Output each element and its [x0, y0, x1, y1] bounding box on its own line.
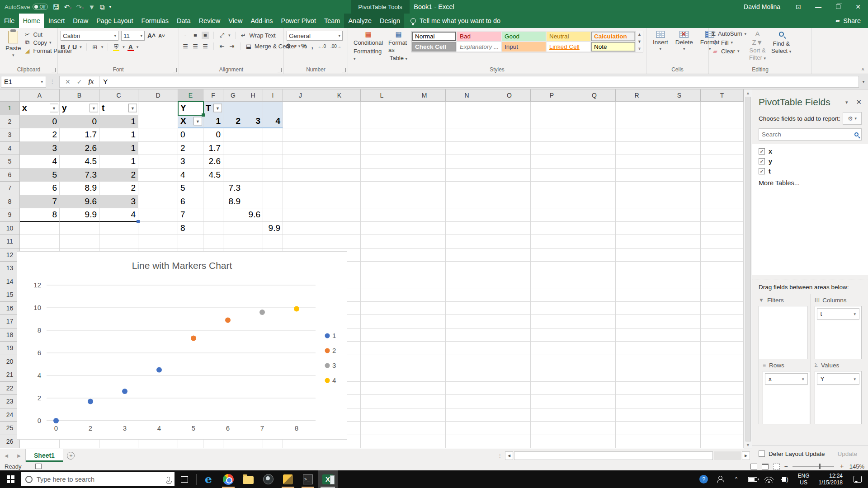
cell-L25[interactable] — [361, 422, 403, 435]
cell-R25[interactable] — [616, 422, 658, 435]
tell-me-box[interactable]: Tell me what you want to do — [404, 14, 507, 28]
cell-J7[interactable] — [283, 182, 318, 195]
cell-L8[interactable] — [361, 195, 403, 209]
expand-formula-bar-icon[interactable]: ▾ — [859, 79, 868, 84]
cell-K10[interactable] — [318, 222, 361, 235]
cell-S11[interactable] — [658, 235, 701, 249]
italic-button[interactable]: I — [68, 43, 70, 51]
cell-P15[interactable] — [531, 288, 573, 302]
column-header-L[interactable]: L — [361, 89, 403, 102]
cell-P5[interactable] — [531, 155, 573, 169]
cell-P19[interactable] — [531, 342, 573, 355]
cell-K1[interactable] — [318, 102, 361, 115]
scroll-right-icon[interactable]: ▶ — [742, 451, 750, 460]
cell-T26[interactable] — [701, 435, 744, 449]
cell-O11[interactable] — [488, 235, 531, 249]
wrap-text-button[interactable]: ↵Wrap Text — [240, 32, 276, 39]
percent-style-icon[interactable]: % — [301, 42, 307, 50]
cell-M11[interactable] — [403, 235, 446, 249]
cell-N9[interactable] — [446, 208, 488, 222]
chart-object[interactable]: Line with Markers Chart02468101202345678… — [17, 251, 347, 440]
column-header-N[interactable]: N — [446, 89, 488, 102]
cell-F5[interactable]: 2.6 — [203, 155, 223, 169]
cell-E7[interactable]: 5 — [178, 182, 203, 195]
filter-icon[interactable]: ▼ — [90, 104, 98, 113]
cancel-formula-icon[interactable]: ✕ — [65, 78, 71, 85]
cell-N11[interactable] — [446, 235, 488, 249]
cell-A11[interactable] — [20, 235, 60, 249]
fill-color-button[interactable]: ⛨ — [113, 43, 120, 51]
cell-A6[interactable]: 5 — [20, 169, 60, 182]
cell-T13[interactable] — [701, 262, 744, 275]
filter-icon[interactable]: ▼ — [128, 104, 137, 113]
cell-J8[interactable] — [283, 195, 318, 209]
cell-E4[interactable]: 2 — [178, 142, 203, 155]
cell-N12[interactable] — [446, 249, 488, 262]
cell-M23[interactable] — [403, 395, 446, 408]
cell-P26[interactable] — [531, 435, 573, 449]
cell-P3[interactable] — [531, 128, 573, 142]
cell-M22[interactable] — [403, 382, 446, 395]
cell-P9[interactable] — [531, 208, 573, 222]
cell-J11[interactable] — [283, 235, 318, 249]
cell-P21[interactable] — [531, 368, 573, 382]
cell-M25[interactable] — [403, 422, 446, 435]
filter-icon[interactable]: ▼ — [50, 104, 58, 113]
cell-G9[interactable] — [223, 208, 243, 222]
cell-Q23[interactable] — [573, 395, 616, 408]
task-view-button[interactable] — [175, 470, 194, 488]
cell-T14[interactable] — [701, 275, 744, 289]
cell-R20[interactable] — [616, 355, 658, 369]
cell-I3[interactable] — [263, 128, 283, 142]
cell-O26[interactable] — [488, 435, 531, 449]
cell-S23[interactable] — [658, 395, 701, 408]
font-dialog-launcher-icon[interactable] — [173, 68, 177, 72]
cell-A1[interactable]: x▼ — [20, 102, 60, 115]
cell-I1[interactable] — [263, 102, 283, 115]
column-header-A[interactable]: A — [20, 89, 60, 102]
field-item-t[interactable]: ✓t — [759, 168, 862, 175]
column-header-E[interactable]: E — [178, 89, 203, 102]
cell-G2[interactable]: 2 — [223, 115, 243, 129]
cell-S20[interactable] — [658, 355, 701, 369]
area-field-pill-t[interactable]: t▾ — [817, 308, 860, 319]
cell-P16[interactable] — [531, 302, 573, 315]
cell-L20[interactable] — [361, 355, 403, 369]
pivot-diagram-icon[interactable]: ⧉ — [99, 4, 104, 10]
cell-C8[interactable]: 3 — [99, 195, 138, 209]
cell-B11[interactable] — [60, 235, 99, 249]
cell-T18[interactable] — [701, 328, 744, 342]
cell-P4[interactable] — [531, 142, 573, 155]
cell-R24[interactable] — [616, 408, 658, 422]
cell-M15[interactable] — [403, 288, 446, 302]
cell-T11[interactable] — [701, 235, 744, 249]
cell-T12[interactable] — [701, 249, 744, 262]
cell-D7[interactable] — [138, 182, 178, 195]
row-header-7[interactable]: 7 — [0, 182, 20, 195]
increase-decimal-icon[interactable]: ←.0 — [318, 44, 326, 49]
cell-F11[interactable] — [203, 235, 223, 249]
cell-N2[interactable] — [446, 115, 488, 129]
people-tray-button[interactable] — [712, 470, 728, 488]
cell-O15[interactable] — [488, 288, 531, 302]
cell-H5[interactable] — [243, 155, 263, 169]
cell-S2[interactable] — [658, 115, 701, 129]
normal-view-icon[interactable] — [750, 464, 757, 469]
cell-O19[interactable] — [488, 342, 531, 355]
cell-M5[interactable] — [403, 155, 446, 169]
language-indicator[interactable]: ENG US — [793, 473, 814, 486]
defer-checkbox[interactable] — [759, 450, 765, 457]
column-header-C[interactable]: C — [99, 89, 138, 102]
cell-M6[interactable] — [403, 169, 446, 182]
cell-S3[interactable] — [658, 128, 701, 142]
cell-E8[interactable]: 6 — [178, 195, 203, 209]
cell-Q13[interactable] — [573, 262, 616, 275]
cell-B3[interactable]: 1.7 — [60, 128, 99, 142]
cell-O10[interactable] — [488, 222, 531, 235]
cell-Q11[interactable] — [573, 235, 616, 249]
cell-R9[interactable] — [616, 208, 658, 222]
cell-M10[interactable] — [403, 222, 446, 235]
cell-D8[interactable] — [138, 195, 178, 209]
cell-T17[interactable] — [701, 315, 744, 328]
find-select-button[interactable]: Find & Select ▾ — [769, 30, 794, 55]
